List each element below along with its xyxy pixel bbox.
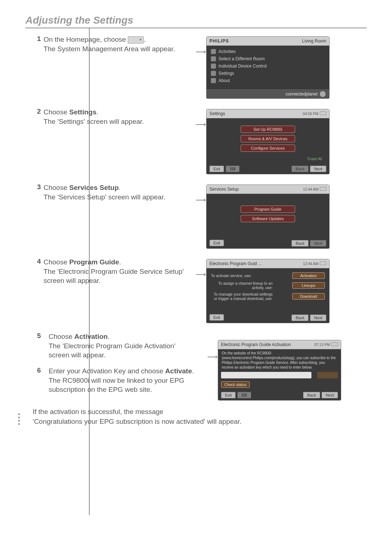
menu-about[interactable]: About (210, 77, 326, 84)
step1-text-b: . (144, 36, 146, 43)
connectedplanet-label: connectedplanet (286, 92, 318, 97)
keyboard-button[interactable]: ⌨ (226, 166, 240, 172)
step5-para2: The 'Electronic Program Guide Activation… (49, 342, 175, 359)
ellipsis-dots (18, 413, 20, 425)
step-number: 3 (37, 183, 44, 191)
arrow-icon: ⟶ (192, 35, 206, 56)
activation-key-input[interactable] (221, 372, 311, 378)
shot-title: Services Setup (209, 187, 239, 192)
step5-a: Choose (49, 333, 74, 340)
exit-button[interactable]: Exit (209, 166, 224, 172)
step-number: 1 (37, 35, 44, 43)
step-number: 6 (37, 366, 44, 394)
step6-a: Enter your Activation Key and choose (49, 367, 165, 375)
door-icon (211, 56, 216, 61)
exit-button[interactable]: Exit (209, 314, 224, 321)
row-label: To manage your download settings or trig… (211, 292, 273, 301)
battery-icon (320, 261, 326, 265)
step1-text-a: On the Homepage, choose (44, 36, 128, 43)
activation-desc: On the website of the RC9800i (www.homec… (218, 349, 341, 370)
check-status-button[interactable]: Check status (221, 381, 250, 388)
screenshot-services-setup: Services Setup12:44 AM Program Guide Sof… (206, 184, 330, 249)
arrow-icon: ⟶ (192, 257, 206, 279)
shot-title: Electronic Program Guid ... (209, 261, 262, 266)
btn-activation[interactable]: Activation (292, 272, 325, 279)
screenshot-settings: Settings04:58 PM Set Up RC9800i Rooms & … (206, 109, 330, 174)
btn-setup-rc9800i[interactable]: Set Up RC9800i (241, 126, 295, 133)
bottom-note-l1: If the activation is successful, the mes… (33, 408, 163, 415)
arrow-icon: ⟶ (204, 332, 218, 361)
back-button[interactable]: Back (303, 392, 320, 398)
step3-bold: Services Setup (69, 184, 119, 191)
gear-icon[interactable] (320, 91, 326, 97)
battery-icon (331, 342, 338, 346)
step2-bold: Settings (69, 108, 97, 116)
next-button[interactable]: Next (322, 392, 338, 398)
arrow-icon: ⟶ (192, 183, 206, 204)
screenshot-epg-activation: Electronic Program Guide Activation07:13… (218, 340, 341, 401)
step4-a: Choose (44, 258, 69, 266)
btn-download[interactable]: Download (292, 293, 325, 300)
shot-title: Electronic Program Guide Activation (221, 342, 291, 347)
info-icon (211, 78, 216, 83)
back-button[interactable]: Back (291, 240, 308, 247)
step6-bold: Activate (165, 367, 192, 375)
arrow-icon: ⟶ (192, 107, 206, 129)
section-title: Adjusting the Settings (25, 15, 367, 26)
btn-lineups[interactable]: Lineups (292, 282, 325, 289)
star-icon (211, 49, 216, 54)
screenshot-epg-setup: Electronic Program Guid ...12:44 AM To a… (206, 259, 330, 323)
btn-rooms-av[interactable]: Rooms & A/V Devices (241, 135, 295, 142)
step6-para2: The RC9800i will now be linked to your E… (49, 377, 184, 394)
erase-all-link[interactable]: Erase All (210, 157, 326, 161)
menu-settings[interactable]: Settings (210, 70, 326, 77)
step4-para2: The 'Electronic Program Guide Service Se… (44, 268, 184, 285)
menu-device-control[interactable]: Individual Device Control (210, 62, 326, 70)
exit-button[interactable]: Exit (221, 392, 236, 398)
btn-configure-services[interactable]: Configure Services (241, 145, 295, 152)
room-label: Living Room (302, 38, 326, 44)
step3-a: Choose (44, 184, 69, 191)
bottom-note-l2: 'Congratulations your EPG subscription i… (33, 418, 241, 425)
next-button[interactable]: Next (310, 166, 326, 172)
step5-bold: Activation (74, 333, 108, 340)
step-number: 2 (37, 107, 44, 115)
step3-para2: The 'Services Setup' screen will appear. (44, 193, 166, 201)
activate-button[interactable]: Activate (317, 372, 338, 378)
shot-title: Settings (209, 111, 225, 116)
screenshot-home: PHILIPSLiving Room Activities Select a D… (206, 36, 330, 99)
home-icon (128, 36, 144, 44)
next-button[interactable]: Next (310, 240, 326, 247)
step2-c: . (97, 108, 98, 116)
battery-icon (320, 187, 326, 191)
step-number: 4 (37, 257, 44, 265)
step2-para2: The 'Settings' screen will appear. (44, 118, 144, 125)
row-label: To activate service, use: (211, 273, 252, 278)
menu-activities[interactable]: Activities (210, 48, 326, 55)
next-button[interactable]: Next (310, 314, 326, 321)
row-label: To assign a channel lineup to an activit… (211, 281, 273, 290)
btn-program-guide[interactable]: Program Guide (241, 206, 295, 213)
step3-c: . (119, 184, 121, 191)
step1-para2: The System Management Area will appear. (44, 45, 175, 53)
menu-select-room[interactable]: Select a Different Room (210, 55, 326, 62)
back-button[interactable]: Back (291, 166, 308, 172)
keyboard-button[interactable]: ⌨ (237, 392, 251, 398)
exit-button[interactable]: Exit (209, 240, 224, 246)
wrench-icon (211, 71, 216, 76)
step4-bold: Program Guide (69, 258, 119, 266)
step-number: 5 (37, 332, 44, 360)
step6-c: . (192, 367, 194, 375)
step4-c: . (119, 258, 121, 266)
step2-a: Choose (44, 108, 69, 116)
planet-icon (211, 64, 216, 69)
back-button[interactable]: Back (291, 314, 308, 321)
btn-software-updates[interactable]: Software Updates (241, 215, 295, 222)
brand: PHILIPS (209, 38, 229, 44)
step5-c: . (108, 333, 110, 340)
battery-icon (320, 111, 326, 115)
